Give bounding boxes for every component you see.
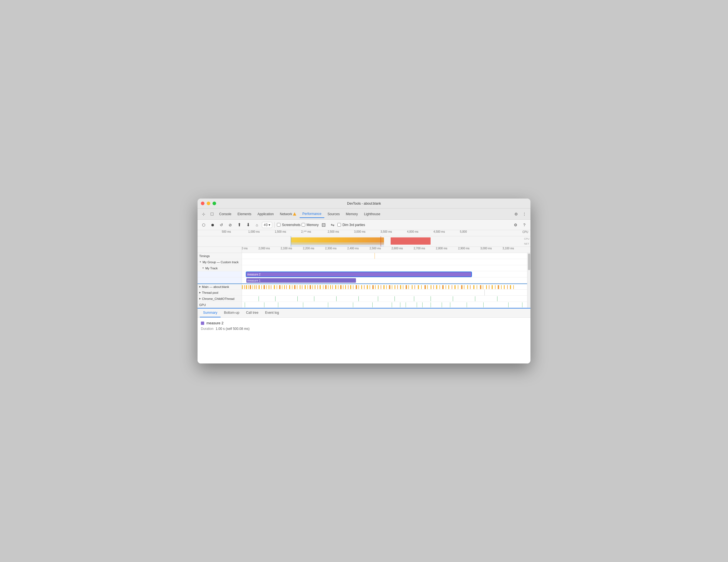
detail-mark-2800: 2,800 ms [436,247,447,250]
svg-rect-53 [375,285,376,289]
more-options-icon[interactable]: ⋮ [520,210,528,218]
tab-bottom-up[interactable]: Bottom-up [221,309,242,318]
timeline-overview[interactable]: 500 ms 1,000 ms 1,500 ms 2,¹⁰⁰ ms 2,500 … [198,230,530,247]
summary-color-box [201,322,204,325]
thread-pool-content[interactable] [242,290,530,296]
svg-rect-54 [378,285,379,289]
network-tab-label: Network [280,212,292,216]
svg-rect-66 [412,285,413,289]
tab-console[interactable]: Console [216,210,234,218]
toolbar-help-icon[interactable]: ? [520,221,528,229]
main-content[interactable] [242,284,530,289]
screenshots-checkbox[interactable]: Screenshots [277,223,300,227]
tab-event-log[interactable]: Event log [262,309,282,318]
tab-call-tree[interactable]: Call tree [243,309,262,318]
chrome-io-content[interactable] [242,296,530,302]
memory-checkbox[interactable]: Memory [302,223,319,227]
svg-rect-49 [364,285,365,289]
tab-memory[interactable]: Memory [343,210,361,218]
tab-application[interactable]: Application [255,210,277,218]
svg-rect-123 [417,303,417,308]
devtools-window: DevTools - about:blank ⊹ ☐ Console Eleme… [198,198,530,364]
svg-rect-61 [397,285,398,289]
svg-rect-100 [259,296,259,301]
record-button[interactable]: ⏺ [209,221,216,229]
reload-button[interactable]: ↺ [218,221,225,229]
measure1-text: measure 1 [247,279,261,282]
svg-rect-75 [439,285,440,289]
svg-rect-29 [312,285,313,289]
thread-pool-label[interactable]: ▶ Thread pool [198,290,242,296]
chrome-io-label[interactable]: ▶ Chrome_ChildIOThread [198,296,242,302]
panel-toggle-button[interactable]: ⬡ [200,221,208,229]
svg-rect-71 [427,285,428,289]
detail-mark-2300: 2,300 ms [325,247,337,250]
tab-summary[interactable]: Summary [200,309,221,318]
dim-3rd-checkbox[interactable]: Dim 3rd parties [337,223,365,227]
maximize-button[interactable] [213,201,216,205]
measure1-bar[interactable]: measure 1 [246,278,356,283]
recording-select[interactable]: #3 ▾ [262,222,272,228]
tab-performance[interactable]: Performance [300,210,324,218]
svg-rect-116 [303,303,303,308]
my-track-label[interactable]: ▼ My Track [198,265,242,271]
memory-checkbox-input[interactable] [302,223,305,226]
net-label-right: NET [524,241,529,246]
detail-timeline[interactable]: 1,900 ms 2,000 ms 2,100 ms 2,200 ms 2,30… [198,247,530,308]
svg-rect-128 [467,303,467,308]
summary-duration-row: Duration 1.00 s (self 500.08 ms) [201,327,527,331]
detail-mark-2100: 2,100 ms [281,247,292,250]
my-group-label[interactable]: ▼ My Group — Custom track [198,259,242,265]
svg-rect-105 [358,296,359,301]
home-button[interactable]: ⌂ [253,221,261,229]
measure2-content[interactable]: measure 2 [242,271,530,277]
timeline-ruler-detail: 1,900 ms 2,000 ms 2,100 ms 2,200 ms 2,30… [198,247,530,253]
tab-sources[interactable]: Sources [325,210,343,218]
network-timing-button[interactable]: ⊟ [320,221,327,229]
svg-rect-34 [325,285,327,289]
svg-rect-41 [343,285,343,289]
scrollbar-thumb[interactable] [528,253,530,270]
svg-rect-18 [284,285,285,289]
toolbar-settings-icon[interactable]: ⚙ [512,221,519,229]
timings-label[interactable]: Timings [198,253,242,259]
svg-rect-16 [279,285,280,289]
screenshots-checkbox-input[interactable] [277,223,280,226]
svg-rect-42 [345,285,346,289]
svg-rect-38 [335,285,336,289]
svg-rect-115 [278,303,278,308]
gpu-content[interactable] [242,302,530,308]
vertical-scrollbar[interactable] [527,253,530,308]
detail-mark-2500: 2,500 ms [370,247,381,250]
svg-rect-10 [264,285,265,289]
measure2-bar[interactable]: measure 2 [246,272,471,276]
ruler-mark-3500: 3,500 ms [381,230,392,233]
settings-icon[interactable]: ⚙ [512,210,520,218]
svg-rect-111 [475,296,475,301]
tab-elements[interactable]: Elements [235,210,254,218]
clear-button[interactable]: ⊘ [226,221,234,229]
svg-rect-46 [356,285,357,289]
minimize-button[interactable] [207,201,210,205]
close-button[interactable] [201,201,204,205]
tab-lighthouse[interactable]: Lighthouse [361,210,383,218]
tab-inspect-icon[interactable]: ☐ [208,210,216,218]
svg-rect-1 [244,285,245,289]
svg-rect-15 [277,285,277,289]
summary-item-name: measure 2 [206,321,223,325]
main-label[interactable]: ▶ Main — about:blank [198,284,242,289]
dim-3rd-checkbox-input[interactable] [337,223,341,226]
svg-rect-125 [431,303,431,308]
tab-cursor-icon[interactable]: ⊹ [200,210,208,218]
tab-network[interactable]: Network [277,210,299,218]
ruler-mark-1000: 1,000 ms [248,230,260,233]
measure2-text: measure 2 [247,273,261,276]
download-button[interactable]: ⬇ [244,221,252,229]
timings-content[interactable] [242,253,530,259]
svg-rect-65 [408,285,409,289]
detail-mark-2600: 2,600 ms [391,247,403,250]
toolbar-divider-1 [274,222,275,228]
upload-button[interactable]: ⬆ [235,221,243,229]
web-vitals-button[interactable]: ⇋ [328,221,336,229]
measure1-content[interactable]: measure 1 [242,277,530,283]
